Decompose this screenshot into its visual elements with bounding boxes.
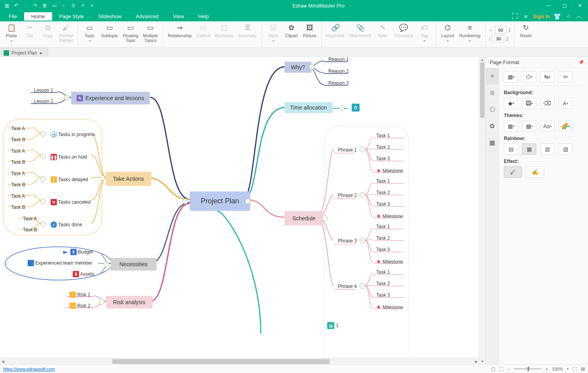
format-painter-button[interactable]: 🖌Format Painter [57, 22, 75, 46]
phrase-collapse[interactable]: − [360, 283, 365, 289]
mark-button[interactable]: ☑Mark▾ [264, 22, 283, 46]
topic-button[interactable]: ▭Topic▾ [81, 22, 99, 46]
sidetab-format[interactable]: ✧ [486, 68, 499, 85]
layout-option-3[interactable]: ↹ ▾ [540, 71, 554, 82]
action-group[interactable]: ✕ Tasks canceled [47, 198, 94, 206]
milestone-node[interactable]: ★ Milestone [373, 212, 406, 220]
open-button[interactable]: ▭ [50, 1, 58, 10]
task-node[interactable]: Task 1 [373, 268, 393, 276]
experience-collapse[interactable]: − [64, 95, 70, 100]
minimize-button[interactable]: — [541, 0, 556, 11]
copy-button[interactable]: ⧉Copy [39, 22, 57, 46]
undo-button[interactable]: ↶ [12, 1, 21, 10]
task-node[interactable]: Task B [20, 226, 40, 234]
tab-help[interactable]: Help [191, 12, 216, 21]
reset-button[interactable]: ↻Reset [517, 22, 535, 46]
zoom-out[interactable]: − [507, 367, 510, 371]
phrase-node[interactable]: Phrase 4 [335, 282, 360, 290]
summary-button[interactable]: ≣Summary [236, 22, 259, 46]
redo-button[interactable]: ↷ [31, 1, 40, 10]
task-node[interactable]: Task A [8, 147, 28, 155]
bg-watermark[interactable]: A ▾ [558, 98, 573, 109]
apps-icon[interactable]: ⁘ [564, 12, 572, 20]
scroll-thumb[interactable] [480, 62, 484, 118]
scroll-up[interactable]: ▲ [479, 57, 485, 62]
reason-node[interactable]: Reason 2 [325, 67, 352, 75]
reason-node[interactable]: Reason 3 [325, 79, 352, 87]
task-node[interactable]: Task A [8, 170, 28, 178]
clipart-button[interactable]: ✿Clipart [283, 22, 301, 46]
maximize-button[interactable]: ▢ [556, 0, 572, 11]
tag-button[interactable]: 🏷Tag▾ [415, 22, 433, 46]
save-button[interactable]: ▫ [59, 1, 68, 10]
tab-slideshow[interactable]: Slideshow [91, 12, 129, 21]
sidetab-outline[interactable]: ≣ [486, 85, 499, 101]
task-node[interactable]: Task 3 [373, 155, 393, 163]
comment-button[interactable]: 💬Comment [392, 22, 415, 46]
action-collapse[interactable]: − [40, 131, 46, 136]
rainbow-2[interactable]: ▦ [522, 144, 536, 155]
theme-rainbow[interactable]: 🌈 ▾ [558, 121, 573, 132]
tab-page-style[interactable]: Page Style [52, 12, 91, 21]
layout-button[interactable]: ⌬Layout▾ [439, 22, 457, 46]
experience-node[interactable]: ✎ Experience and lessons [71, 92, 150, 104]
hyperlink-button[interactable]: 🔗Hyperlink [324, 22, 347, 46]
relationship-button[interactable]: ⇝Relationship [166, 22, 194, 46]
subtopic-button[interactable]: ▭Subtopic [99, 22, 121, 46]
layout-option-4[interactable]: ≡ ▾ [558, 71, 573, 82]
vspacing-input[interactable] [492, 35, 504, 42]
task-node[interactable]: Task 2 [373, 143, 393, 151]
sb-panels[interactable]: ▤ [581, 366, 585, 371]
lesson-node[interactable]: Lesson 2 [31, 97, 57, 105]
risk-item[interactable]: ⚡ Risk 1 [66, 290, 94, 299]
why-collapse[interactable]: − [309, 64, 315, 70]
task-node[interactable]: Task A [20, 215, 40, 223]
action-group[interactable]: ✓ Tasks done [47, 220, 85, 229]
sidetab-marks[interactable]: ⬡ [486, 101, 499, 118]
fullscreen-icon[interactable]: ⛶ [511, 12, 519, 20]
task-node[interactable]: Task B [8, 203, 28, 211]
canvas[interactable]: Project Plan − − Why? − Reason 1 Reason … [0, 57, 479, 364]
share-icon[interactable]: ∝ [522, 12, 530, 20]
floating-topic-button[interactable]: ▭Floating Topic [121, 22, 141, 46]
action-collapse[interactable]: − [40, 176, 46, 182]
time-allocation-node[interactable]: Time allocation [285, 102, 333, 113]
necessities-node[interactable]: Necessities [111, 258, 156, 271]
action-group[interactable]: ! Tasks delayed [47, 175, 91, 184]
paste-button[interactable]: 📋Paste▾ [2, 22, 21, 46]
action-collapse[interactable]: − [40, 199, 46, 204]
action-group[interactable]: ◔ Tasks in progress [47, 130, 98, 139]
root-node[interactable]: Project Plan [190, 191, 250, 211]
task-node[interactable]: Task 2 [373, 234, 393, 242]
hscroll-thumb[interactable] [112, 359, 330, 364]
attachment-button[interactable]: 📎Attachment [347, 22, 374, 46]
time-collapse[interactable]: − [339, 105, 345, 111]
milestone-node[interactable]: ★ Milestone [373, 166, 406, 175]
bg-image[interactable]: 🖼 ▾ [522, 98, 536, 109]
phrase-collapse[interactable]: − [360, 192, 365, 198]
task-node[interactable]: Task A [8, 192, 28, 200]
close-button[interactable]: ✕ [572, 0, 588, 11]
take-actions-node[interactable]: Take Actions [106, 172, 151, 186]
necessity-item[interactable]: $ Assets [70, 270, 98, 278]
schedule-node[interactable]: Schedule [285, 211, 323, 225]
tab-advanced[interactable]: Advanced [129, 12, 166, 21]
task-node[interactable]: Task 2 [373, 280, 393, 288]
risk-node[interactable]: Risk analysis [106, 296, 153, 309]
print-button[interactable]: ⎙ [69, 1, 77, 10]
task-node[interactable]: Task B [8, 181, 28, 189]
tshirt-icon[interactable]: 👕 [553, 12, 561, 20]
tab-view[interactable]: View [166, 12, 191, 21]
document-tab[interactable]: Project Plan ● [1, 48, 48, 57]
callout-button[interactable]: ⬭Callout [194, 22, 212, 46]
task-node[interactable]: Task 1 [373, 223, 393, 231]
effect-straight[interactable]: 🖊 [504, 167, 522, 178]
sb-page-icon[interactable]: ▢ [491, 366, 495, 371]
action-collapse[interactable]: − [40, 153, 46, 159]
task-node[interactable]: Task 1 [373, 177, 393, 185]
risk-item[interactable]: ⚡ Risk 2 [66, 301, 94, 310]
task-node[interactable]: Task 3 [373, 291, 393, 299]
milestone-node[interactable]: ★ Milestone [373, 257, 406, 266]
effect-handdrawn[interactable]: ✍ [526, 167, 544, 178]
hspacing-spinner[interactable]: ▲▼ [508, 27, 511, 33]
